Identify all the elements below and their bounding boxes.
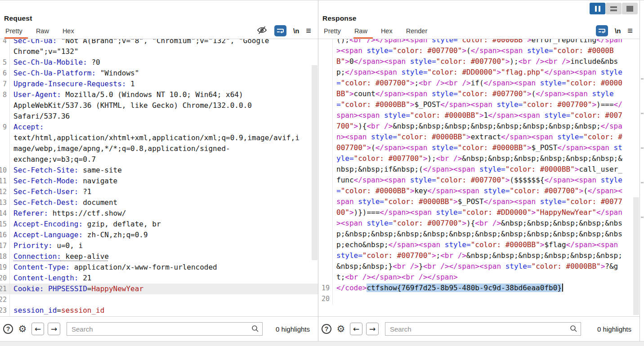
line-number: 23 [0,305,10,316]
line-number: 16 [0,230,10,240]
search-input[interactable] [67,322,263,336]
response-editor[interactable]: ();<br /></span><span style="color: #000… [318,39,640,316]
line-number: 20 [0,273,10,284]
status-strip [0,341,644,346]
next-match-button[interactable]: → [48,323,60,335]
request-line: 13Sec-Fetch-Dest: document [0,197,318,208]
request-tab-icons: \n ≡ [256,25,318,39]
request-line: 23session_id=session_id [0,305,318,316]
request-line: 14Referer: https://ctf.show/ [0,208,318,219]
request-line: 20Content-Length: 21 [0,273,318,284]
line-number: 4 [0,39,10,57]
newline-icon[interactable]: \n [293,27,299,35]
menu-icon[interactable]: ≡ [627,26,633,36]
request-line: 12Sec-Fetch-User: ?1 [0,186,318,197]
response-tabs: PrettyRawHexRender \n ≡ [318,25,640,39]
line-number: 12 [0,186,10,197]
tab-pretty[interactable]: Pretty [323,25,346,39]
response-scrollbar[interactable] [633,197,639,315]
request-line: 7Upgrade-Insecure-Requests: 1 [0,79,318,89]
next-match-button[interactable]: → [366,323,379,335]
request-line: 5Sec-Ch-Ua-Mobile: ?0 [0,57,318,68]
request-line: 18Connection: keep-alive [0,251,318,262]
message-editor-window: Request PrettyRawHex [0,0,644,346]
word-wrap-icon[interactable] [596,25,608,36]
line-number [318,39,333,283]
newline-icon[interactable]: \n [615,27,621,35]
line-number: 21 [0,284,10,294]
window-scroll-rail[interactable] [640,0,644,341]
line-number: 9 [0,122,10,165]
line-number: 7 [0,79,10,89]
rows-icon [610,6,617,8]
line-number: 6 [0,68,10,79]
previous-match-button[interactable]: ← [350,323,362,335]
request-searchbar: ? ⚙ ← → 0 highlights [0,316,318,341]
response-searchbar: ? ⚙ ← → 0 highlights [318,316,640,341]
response-line: ();<br /></span><span style="color: #000… [318,39,640,283]
search-icon [570,325,577,334]
line-number: 10 [0,165,10,176]
request-line: 11Sec-Fetch-Mode: navigate [0,176,318,186]
request-line: 19Content-Type: application/x-www-form-u… [0,262,318,273]
line-number: 14 [0,208,10,219]
request-line: 15Accept-Encoding: gzip, deflate, br [0,219,318,230]
menu-icon[interactable]: ≡ [306,26,311,36]
request-tabs: PrettyRawHex [0,25,318,39]
search-input[interactable] [385,322,581,336]
request-line: 6Sec-Ch-Ua-Platform: "Windows" [0,68,318,79]
request-line: 21Cookie: PHPSESSID=HappyNewYear [0,284,318,294]
scroll-marker [641,217,644,218]
scroll-marker [641,147,644,149]
line-number: 13 [0,197,10,208]
pause-icon [595,6,597,12]
text-cursor [562,284,563,292]
hidden-eye-icon[interactable] [256,25,268,37]
tab-raw[interactable]: Raw [353,25,373,39]
line-number: 22 [0,294,10,305]
request-line: 8User-Agent: Mozilla/5.0 (Windows NT 10.… [0,89,318,122]
layout-rows-button[interactable] [606,3,622,14]
response-tab-icons: \n ≡ [596,25,640,39]
previous-match-button[interactable]: ← [31,323,44,335]
response-line: 20 [318,293,640,304]
line-number: 19 [0,262,10,273]
request-scrollbar[interactable] [312,65,318,260]
tab-pretty[interactable]: Pretty [4,25,28,39]
highlights-count: 0 highlights [597,325,640,333]
line-number: 18 [0,251,10,262]
line-number: 11 [0,176,10,186]
search-icon [251,325,259,334]
request-editor[interactable]: 4Sec-Ch-Ua: "Not A(Brand";v="8", "Chromi… [0,39,318,316]
request-line: 22 [0,294,318,305]
line-number: 5 [0,57,10,68]
help-icon[interactable]: ? [321,324,332,334]
response-panel: Response PrettyRawHexRender \n ≡ [318,0,640,341]
scroll-marker [641,78,644,80]
request-line: 10Sec-Fetch-Site: same-site [0,165,318,176]
view-control-buttons [590,3,638,14]
word-wrap-icon[interactable] [274,25,286,36]
request-panel: Request PrettyRawHex [0,0,318,341]
help-icon[interactable]: ? [3,324,13,334]
settings-gear-icon[interactable]: ⚙ [17,324,28,334]
tab-raw[interactable]: Raw [35,25,54,39]
scroll-marker [641,113,644,114]
stop-button[interactable] [622,3,638,14]
scroll-marker [641,182,644,183]
tab-render[interactable]: Render [405,25,433,39]
response-line: 19</code>ctfshow{769f7d25-8b95-480b-9c9d… [318,283,640,293]
tab-hex[interactable]: Hex [380,25,398,39]
highlights-count: 0 highlights [276,325,318,333]
line-number: 17 [0,240,10,251]
line-number: 15 [0,219,10,230]
line-number: 8 [0,89,10,122]
pause-button[interactable] [590,3,605,14]
line-number: 19 [318,283,333,293]
request-title: Request [0,0,318,25]
settings-gear-icon[interactable]: ⚙ [335,324,346,334]
stop-icon [626,6,633,12]
request-line: 4Sec-Ch-Ua: "Not A(Brand";v="8", "Chromi… [0,39,318,57]
line-number: 20 [318,293,333,304]
tab-hex[interactable]: Hex [62,25,80,39]
